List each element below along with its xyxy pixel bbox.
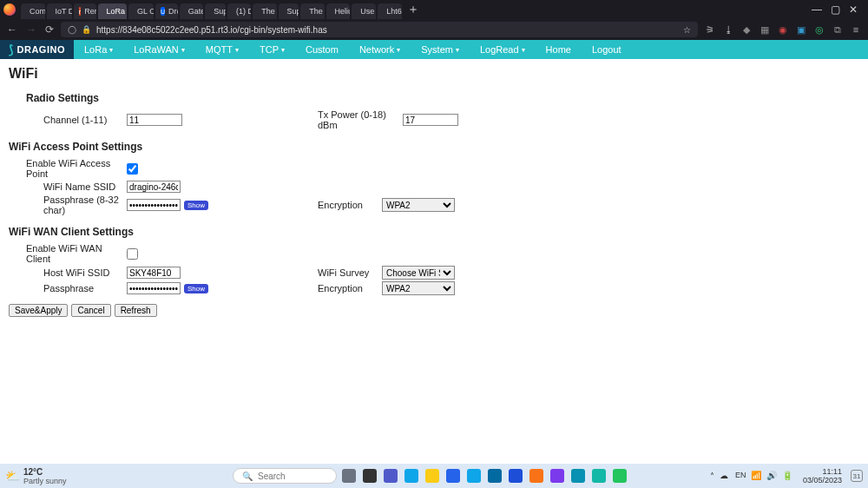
taskbar-app-7[interactable] [467,469,481,483]
notifications-button[interactable]: 31 [851,470,863,482]
caret-down-icon: ▾ [109,46,113,54]
channel-input[interactable] [127,114,182,126]
extension-icon-2[interactable]: ▦ [760,24,770,36]
nav-item-mqtt[interactable]: MQTT▾ [195,40,249,59]
taskbar-search[interactable]: 🔍 Search [233,468,337,484]
permissions-icon[interactable]: ⚞ [705,24,715,36]
browser-tab[interactable]: Helium Con [326,3,351,19]
section-ap-heading: WiFi Access Point Settings [9,141,859,153]
save-apply-button[interactable]: Save&Apply [9,304,68,317]
browser-tab[interactable]: LoRa Gateway× [98,3,127,19]
browser-tab[interactable]: Commercia [21,3,45,19]
wan-survey-select[interactable]: Choose WiFi SSID... [382,266,455,280]
wan-pass-input[interactable] [127,282,181,294]
extension-icon-6[interactable]: ⧉ [832,24,843,36]
brand-logo[interactable]: ⟆ DRAGINO [0,40,74,59]
wan-host-input[interactable] [127,267,181,279]
ap-enc-label: Encryption [318,200,382,210]
browser-tab[interactable]: (1) Dragino [227,3,251,19]
bookmark-star-icon[interactable]: ☆ [683,25,691,35]
taskbar-app-10[interactable] [529,469,543,483]
taskbar-app-6[interactable] [446,469,460,483]
tray-chevron-icon[interactable]: ˄ [710,472,714,481]
nav-item-tcp[interactable]: TCP▾ [249,40,295,59]
download-icon[interactable]: ⭳ [723,24,733,35]
taskbar-app-14[interactable] [613,469,627,483]
url-text: https://834e08c5022c2ee0.p51.rt3.io/cgi-… [96,25,327,35]
tab-label: The Things [261,7,276,16]
window-close-button[interactable]: ✕ [849,3,858,16]
browser-tab[interactable]: Gateways - [180,3,203,19]
ap-enc-select[interactable]: WPA2 [382,198,455,212]
taskbar-app-12[interactable] [571,469,585,483]
tray-lang-icon[interactable]: EN [735,471,746,481]
nav-item-logout[interactable]: Logout [582,40,632,59]
nav-item-label: Custom [306,44,339,55]
taskbar-app-8[interactable] [488,469,502,483]
page-title: WiFi [9,66,859,82]
ap-pass-show-button[interactable]: Show [184,201,208,210]
browser-tab[interactable]: Support [279,3,299,19]
tab-label: Commercia [30,7,45,16]
wan-enc-select[interactable]: WPA2 [382,281,455,295]
taskbar-app-13[interactable] [592,469,606,483]
nav-item-label: LogRead [480,44,519,55]
browser-tab[interactable]: The Things [253,3,276,19]
wan-enable-checkbox[interactable] [127,248,138,260]
taskbar-app-4[interactable] [404,469,418,483]
ap-enable-checkbox[interactable] [127,163,138,175]
tray-wifi-icon[interactable]: 📶 [751,471,761,481]
browser-tab[interactable]: IoT Device M [47,3,72,19]
ap-ssid-input[interactable] [127,181,181,193]
taskbar-app-9[interactable] [509,469,523,483]
taskbar-app-3[interactable] [384,469,398,483]
taskbar-app-2[interactable] [363,469,377,483]
taskbar-app-11[interactable] [550,469,564,483]
nav-item-lora[interactable]: LoRa▾ [74,40,123,59]
tab-label: (1) Dragino [236,7,251,16]
section-wan-heading: WiFi WAN Client Settings [9,226,859,238]
tray-volume-icon[interactable]: 🔊 [766,471,777,481]
window-minimize-button[interactable]: — [812,3,822,16]
forward-button[interactable]: → [26,23,36,36]
wan-pass-show-button[interactable]: Show [184,284,208,293]
extension-icon-3[interactable]: ◉ [778,24,788,36]
nav-item-lorawan[interactable]: LoRaWAN▾ [123,40,195,59]
app-nav: ⟆ DRAGINO LoRa▾LoRaWAN▾MQTT▾TCP▾CustomNe… [0,40,868,59]
app-menu-button[interactable]: ≡ [851,24,861,35]
taskbar-weather[interactable]: ⛅ 12°C Partly sunny [5,467,144,485]
ap-pass-input[interactable] [127,199,181,211]
shield-icon: ◯ [68,25,76,34]
tab-label: Remote.It [84,7,95,16]
browser-tab[interactable]: rRemote.It [74,3,96,19]
nav-item-custom[interactable]: Custom [295,40,349,59]
browser-tab[interactable]: GL CCTV Sit [128,3,154,19]
nav-item-network[interactable]: Network▾ [349,40,411,59]
address-bar[interactable]: ◯ 🔒 https://834e08c5022c2ee0.p51.rt3.io/… [61,22,698,37]
tx-power-input[interactable] [403,114,458,126]
cancel-button[interactable]: Cancel [71,304,110,317]
new-tab-button[interactable]: ＋ [402,2,424,17]
browser-tab[interactable]: The Things [300,3,324,19]
taskbar-app-5[interactable] [425,469,439,483]
extension-icon-4[interactable]: ▣ [796,24,806,36]
back-button[interactable]: ← [7,23,17,36]
tray-cloud-icon[interactable]: ☁ [720,471,730,481]
nav-item-label: LoRa [84,44,107,55]
reload-button[interactable]: ⟳ [45,23,54,36]
browser-tab[interactable]: UDropbox - [155,3,178,19]
browser-tab[interactable]: Lht65 | Heli [378,3,401,19]
extension-icon-5[interactable]: ◎ [814,24,825,36]
nav-item-home[interactable]: Home [536,40,582,59]
tray-battery-icon[interactable]: 🔋 [782,471,792,481]
weather-temp: 12°C [23,467,67,477]
browser-tab[interactable]: Use the Hel [352,3,376,19]
taskbar-app-1[interactable] [342,469,356,483]
taskbar-clock[interactable]: 11:11 03/05/2023 [803,467,842,485]
browser-tab[interactable]: Support [205,3,226,19]
window-maximize-button[interactable]: ▢ [831,3,840,16]
nav-item-system[interactable]: System▾ [411,40,470,59]
extension-icon-1[interactable]: ◆ [741,24,752,36]
nav-item-logread[interactable]: LogRead▾ [470,40,536,59]
refresh-button[interactable]: Refresh [115,304,157,317]
